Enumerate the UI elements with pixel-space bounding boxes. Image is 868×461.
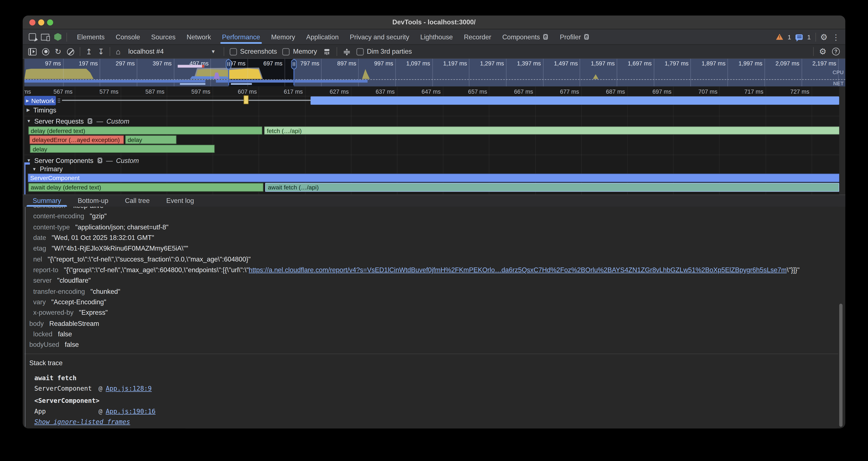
tab-profiler[interactable]: Profiler [554,29,595,44]
cpu-activity-shape-olive [593,74,598,79]
property-key: etag [33,243,46,254]
device-toolbar-icon[interactable] [41,34,49,40]
overview-gridline [727,59,728,87]
expand-triangle-icon[interactable]: ▶ [26,98,29,103]
warning-icon[interactable] [776,34,783,40]
flame-bar[interactable]: await fetch (…/api) [265,183,839,191]
stack-frame-row: <ServerComponent> [24,395,838,406]
tab-console[interactable]: Console [110,29,146,44]
live-metrics-home-icon[interactable]: ⌂ [116,48,120,55]
expand-triangle-icon[interactable]: ▶ [27,108,30,113]
reload-and-record-icon[interactable]: ↻ [55,48,61,55]
flame-bar[interactable]: delay [30,144,215,153]
toggle-sidebar-icon[interactable] [28,48,36,55]
collapse-triangle-icon[interactable]: ▼ [27,119,31,123]
overview-gridline [469,59,470,87]
flame-bar[interactable]: delay (deferred text) [28,126,262,135]
timeline-overview[interactable]: 97 ms197 ms297 ms397 ms497 ms597 ms697 m… [24,59,845,87]
property-value: "{\"group\":\"cf-nel\",\"max_age\":60480… [64,265,800,276]
tab-elements[interactable]: Elements [71,29,110,44]
divider [66,32,67,41]
inspect-element-icon[interactable] [29,33,36,40]
summary-row: x-powered-by"Express" [24,308,838,319]
overview-gridline [506,59,507,87]
nodejs-devtools-icon[interactable] [54,33,62,40]
ruler-tick-label: 697 ms [652,88,672,95]
collapse-tracks-icon[interactable] [343,47,351,56]
flame-bar[interactable]: delay [125,135,177,144]
summary-scrollbar-thumb[interactable] [839,304,842,427]
flame-bar[interactable]: ServerComponent [27,173,839,182]
dim-3rd-parties-checkbox[interactable]: Dim 3rd parties [356,48,412,55]
show-ignore-listed-frames-link[interactable]: Show ignore-listed frames [34,417,130,428]
details-tab-bottom-up[interactable]: Bottom-up [77,195,110,207]
settings-gear-icon[interactable]: ⚙ [820,33,828,40]
network-request-short[interactable] [243,95,248,104]
tab-privacy-and-security[interactable]: Privacy and security [344,29,415,44]
flame-bar[interactable]: delayedError (…ayed exception) [29,135,124,144]
details-tab-event-log[interactable]: Event log [165,195,195,207]
divider [223,47,224,56]
property-value: "keep-alive" [71,207,106,211]
network-track-header[interactable]: ▶ Network [24,96,56,105]
tab-memory[interactable]: Memory [266,29,301,44]
tab-application[interactable]: Application [301,29,344,44]
load-profile-icon[interactable]: ↥ [86,48,92,55]
tab-label: Recorder [464,33,491,40]
net-activity-bar [216,80,368,83]
overview-left-handle[interactable] [226,59,231,69]
tab-network[interactable]: Network [181,29,217,44]
overview-gridline [765,59,765,87]
screenshots-checkbox[interactable]: Screenshots [229,48,277,55]
overview-tick-label: 1,497 ms [554,60,578,66]
server-components-track-header[interactable]: ▼ Server Components — Custom [27,156,139,165]
record-button[interactable] [42,48,49,55]
report-to-url-link[interactable]: https://a.nel.cloudflare.com/report/v4?s… [249,266,787,274]
issues-message-icon[interactable] [796,34,803,39]
checkbox-box[interactable] [356,48,364,55]
details-tab-summary[interactable]: Summary [32,195,62,207]
cpu-net-divider [24,79,845,80]
flame-bar[interactable]: fetch (…/api) [264,126,839,135]
source-location-link[interactable]: App.js:128:9 [106,383,152,394]
ruler-tick-label: 627 ms [330,88,349,95]
tab-performance[interactable]: Performance [217,29,266,44]
help-icon[interactable]: ? [832,48,840,55]
overview-right-handle[interactable] [291,59,297,69]
divider [110,47,111,56]
tab-sources[interactable]: Sources [146,29,181,44]
overview-tick-label: 1,097 ms [406,60,430,66]
primary-lane-header[interactable]: ▼ Primary [32,165,63,173]
details-tab-call-tree[interactable]: Call tree [124,195,151,207]
tab-recorder[interactable]: Recorder [458,29,497,44]
server-requests-track-header[interactable]: ▼ Server Requests — Custom [27,117,129,125]
clear-recording-icon[interactable] [67,48,74,55]
summary-row: connection"keep-alive" [24,207,838,211]
value-text: "{\"group\":\"cf-nel\",\"max_age\":60480… [64,266,249,274]
kebab-menu-icon[interactable]: ⋮ [832,33,840,40]
collapse-triangle-icon[interactable]: ▼ [32,167,36,172]
source-location-link[interactable]: App.js:190:16 [106,406,155,417]
tab-components[interactable]: Components [497,29,554,44]
property-value: "cloudflare" [57,276,91,286]
checkbox-box[interactable] [229,48,237,55]
tab-label: Privacy and security [350,33,409,40]
flame-chart[interactable]: ms567 ms577 ms587 ms597 ms607 ms617 ms62… [24,86,839,194]
property-value: false [65,340,79,351]
capture-settings-gear-icon[interactable]: ⚙ [819,48,827,55]
title-bar[interactable]: DevTools - localhost:3000/ [23,16,845,29]
flame-bar[interactable]: await delay (deferred text) [28,183,264,191]
timings-track-header[interactable]: ▶ Timings [27,106,56,114]
collect-garbage-icon[interactable] [322,48,331,56]
react-atom-icon [584,34,590,40]
memory-checkbox[interactable]: Memory [283,48,317,55]
overview-tick-label: 197 ms [79,60,98,66]
save-profile-icon[interactable]: ↧ [98,48,104,55]
track-drag-grip[interactable] [58,98,60,103]
ruler-tick-label: ms [24,88,31,95]
checkbox-box[interactable] [283,48,290,55]
cpu-lane-label: CPU [833,69,844,76]
network-request-bar[interactable] [311,96,839,105]
history-dropdown[interactable]: localhost #4 ▼ [126,48,218,55]
tab-lighthouse[interactable]: Lighthouse [415,29,458,44]
